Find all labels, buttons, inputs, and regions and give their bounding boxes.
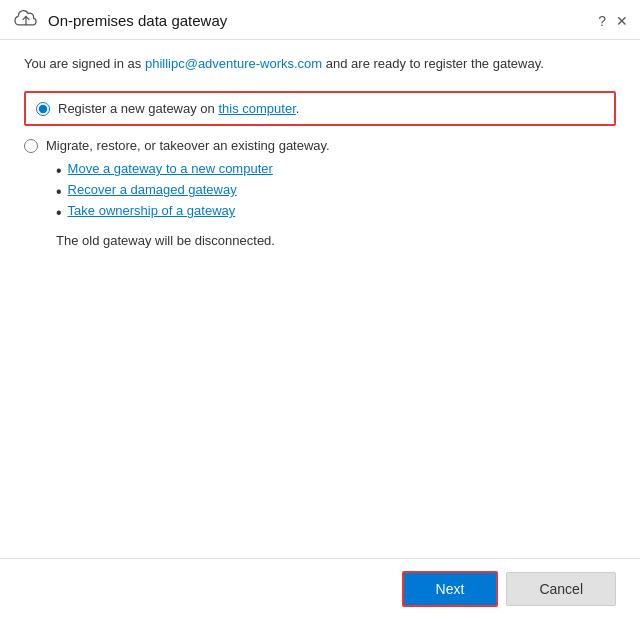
bullet-list: • Move a gateway to a new computer • Rec… <box>56 161 616 225</box>
cloud-icon <box>12 8 40 33</box>
option-migrate-header: Migrate, restore, or takeover an existin… <box>24 138 616 153</box>
title-bar-controls: ? ✕ <box>598 13 628 29</box>
bullet-symbol-1: • <box>56 161 62 180</box>
title-bar-left: On-premises data gateway <box>12 8 227 33</box>
next-button[interactable]: Next <box>402 571 499 607</box>
close-button[interactable]: ✕ <box>616 13 628 29</box>
register-new-radio[interactable] <box>36 102 50 116</box>
bullet-link-1[interactable]: Move a gateway to a new computer <box>68 161 273 176</box>
migrate-radio[interactable] <box>24 139 38 153</box>
register-new-label[interactable]: Register a new gateway on this computer. <box>58 101 299 116</box>
register-label-suffix: . <box>296 101 300 116</box>
bullet-link-2[interactable]: Recover a damaged gateway <box>68 182 237 197</box>
help-button[interactable]: ? <box>598 13 606 29</box>
register-label-link: this computer <box>218 101 295 116</box>
bullet-item-1: • Move a gateway to a new computer <box>56 161 616 180</box>
dialog-footer: Next Cancel <box>0 558 640 619</box>
signed-in-message: You are signed in as phillipc@adventure-… <box>24 56 616 71</box>
dialog-content: You are signed in as phillipc@adventure-… <box>0 40 640 558</box>
bullet-item-3: • Take ownership of a gateway <box>56 203 616 222</box>
bullet-item-2: • Recover a damaged gateway <box>56 182 616 201</box>
option-migrate-container: Migrate, restore, or takeover an existin… <box>24 138 616 248</box>
cancel-button[interactable]: Cancel <box>506 572 616 606</box>
bullet-symbol-2: • <box>56 182 62 201</box>
option-register-container: Register a new gateway on this computer. <box>24 91 616 126</box>
register-label-prefix: Register a new gateway on <box>58 101 218 116</box>
user-email: phillipc@adventure-works.com <box>145 56 322 71</box>
disconnect-note: The old gateway will be disconnected. <box>56 233 616 248</box>
dialog-title: On-premises data gateway <box>48 12 227 29</box>
signed-in-prefix: You are signed in as <box>24 56 145 71</box>
migrate-label[interactable]: Migrate, restore, or takeover an existin… <box>46 138 330 153</box>
title-bar: On-premises data gateway ? ✕ <box>0 0 640 40</box>
bullet-link-3[interactable]: Take ownership of a gateway <box>68 203 236 218</box>
bullet-symbol-3: • <box>56 203 62 222</box>
signed-in-suffix: and are ready to register the gateway. <box>322 56 544 71</box>
